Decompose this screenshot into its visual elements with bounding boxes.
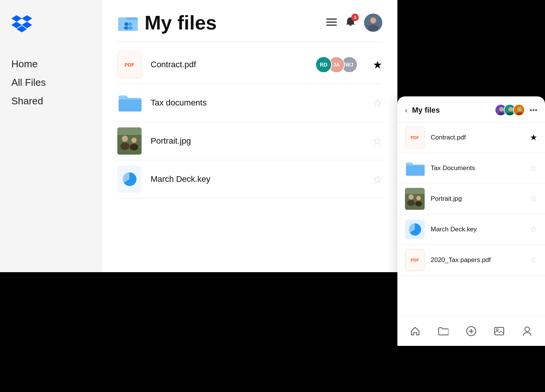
user-avatar[interactable] — [364, 14, 382, 32]
panel-file-name-tax-papers: 2020_Tax papers.pdf — [431, 256, 530, 264]
panel-bottom-nav — [397, 316, 545, 346]
avatar-rd: RD — [315, 56, 332, 73]
panel-file-item-contract[interactable]: PDF Contract.pdf ★ — [397, 122, 545, 153]
panel-file-item-tax-papers[interactable]: PDF 2020_Tax papers.pdf ☆ — [397, 245, 545, 276]
sidebar-item-all-files[interactable]: All Files — [11, 77, 91, 88]
svg-point-3 — [128, 22, 132, 26]
star-tax[interactable]: ☆ — [373, 97, 382, 109]
file-avatars-contract: RD JA WJ — [319, 56, 358, 73]
panel-pdf-badge-tax-papers: PDF — [405, 249, 425, 271]
panel-star-tax-papers[interactable]: ☆ — [530, 255, 537, 265]
svg-point-35 — [408, 194, 414, 200]
panel-nav-folder[interactable] — [434, 322, 452, 340]
svg-point-24 — [499, 107, 504, 112]
panel-title: My files — [412, 106, 495, 115]
svg-point-38 — [415, 201, 422, 206]
header-right: 3 — [326, 14, 382, 32]
svg-rect-5 — [326, 19, 337, 20]
panel-file-name-portrait: Portrait.jpg — [431, 195, 530, 203]
file-item-tax-documents[interactable]: Tax documents ☆ — [117, 84, 382, 122]
file-icon-portrait — [117, 129, 142, 153]
panel-file-item-portrait[interactable]: Portrait.jpg ☆ — [397, 184, 545, 214]
panel-nav-home[interactable] — [406, 322, 424, 340]
main-content: My files 3 — [102, 0, 397, 272]
sidebar-item-shared[interactable]: Shared — [11, 95, 91, 107]
panel-pdf-badge-contract: PDF — [405, 127, 425, 149]
star-portrait[interactable]: ☆ — [373, 135, 382, 147]
panel-star-tax[interactable]: ☆ — [530, 163, 537, 173]
star-contract[interactable]: ★ — [373, 59, 382, 71]
file-name-tax: Tax documents — [151, 98, 373, 108]
panel-file-item-tax[interactable]: Tax Documents ☆ — [397, 153, 545, 184]
panel-file-icon-tax — [405, 158, 425, 178]
header-left: My files — [117, 11, 217, 34]
svg-point-36 — [407, 200, 415, 206]
notification-bell[interactable]: 3 — [344, 16, 357, 29]
svg-point-44 — [497, 328, 498, 330]
sidebar-item-home[interactable]: Home — [11, 58, 91, 70]
menu-icon[interactable] — [326, 17, 337, 29]
svg-rect-6 — [326, 22, 337, 23]
pdf-badge: PDF — [117, 51, 142, 78]
svg-point-20 — [131, 138, 137, 143]
panel-portrait-thumbnail — [405, 188, 425, 210]
panel-file-list: PDF Contract.pdf ★ Tax Documents ☆ — [397, 122, 545, 323]
panel-file-name-tax: Tax Documents — [431, 164, 530, 172]
svg-rect-32 — [406, 166, 425, 176]
svg-point-30 — [517, 107, 522, 112]
panel-more-button[interactable]: ••• — [529, 106, 537, 115]
panel-star-portrait[interactable]: ☆ — [530, 194, 537, 204]
mobile-panel: ‹ My files ••• PDF Contract.pdf ★ — [397, 96, 545, 346]
page-header: My files 3 — [117, 11, 382, 34]
header-divider — [117, 42, 382, 42]
svg-point-14 — [371, 18, 376, 23]
file-icon-tax — [117, 91, 142, 115]
svg-point-19 — [120, 143, 129, 150]
svg-point-4 — [128, 26, 133, 29]
panel-nav-add[interactable] — [462, 322, 480, 340]
panel-file-item-march-deck[interactable]: March Deck.key ☆ — [397, 214, 545, 245]
svg-rect-8 — [349, 25, 352, 26]
file-item-contract[interactable]: PDF Contract.pdf RD JA WJ ★ — [117, 46, 382, 84]
sidebar: Home All Files Shared — [0, 0, 102, 272]
panel-file-icon-tax-papers: PDF — [405, 250, 425, 270]
file-name-march-deck: March Deck.key — [151, 174, 373, 184]
panel-file-name-contract: Contract.pdf — [431, 134, 530, 141]
file-name-portrait: Portrait.jpg — [151, 136, 373, 146]
svg-rect-7 — [326, 25, 337, 26]
panel-avatars — [495, 104, 525, 116]
panel-file-icon-march-deck — [405, 220, 425, 239]
panel-nav-image[interactable] — [490, 322, 508, 340]
panel-nav-profile[interactable] — [518, 322, 536, 340]
page-title: My files — [145, 11, 217, 34]
keynote-icon — [117, 166, 142, 193]
file-item-portrait[interactable]: Portrait.jpg ☆ — [117, 122, 382, 160]
panel-star-march-deck[interactable]: ☆ — [530, 225, 537, 234]
file-name-contract: Contract.pdf — [151, 60, 319, 70]
svg-rect-43 — [495, 327, 504, 335]
svg-point-13 — [368, 25, 378, 31]
svg-point-27 — [508, 107, 513, 112]
panel-file-name-march-deck: March Deck.key — [431, 226, 530, 233]
shared-folder-icon — [117, 11, 139, 34]
portrait-thumbnail — [117, 127, 142, 155]
svg-point-45 — [525, 327, 529, 332]
file-list: PDF Contract.pdf RD JA WJ ★ Tax document… — [117, 46, 382, 198]
sidebar-nav: Home All Files Shared — [11, 58, 91, 107]
file-item-march-deck[interactable]: March Deck.key ☆ — [117, 160, 382, 198]
panel-avatar-3 — [513, 104, 525, 116]
svg-point-1 — [125, 22, 128, 26]
star-march-deck[interactable]: ☆ — [373, 173, 382, 186]
panel-star-contract[interactable]: ★ — [530, 133, 537, 143]
svg-point-21 — [130, 144, 138, 150]
panel-file-icon-portrait — [405, 189, 425, 209]
file-icon-contract: PDF — [117, 53, 142, 77]
file-icon-march-deck — [117, 167, 142, 191]
svg-point-18 — [122, 136, 128, 142]
dropbox-logo[interactable] — [11, 15, 91, 36]
notification-badge: 3 — [351, 14, 359, 21]
panel-back-button[interactable]: ‹ — [405, 106, 408, 115]
svg-rect-15 — [119, 99, 142, 112]
panel-file-icon-contract: PDF — [405, 128, 425, 147]
svg-point-37 — [416, 196, 421, 200]
